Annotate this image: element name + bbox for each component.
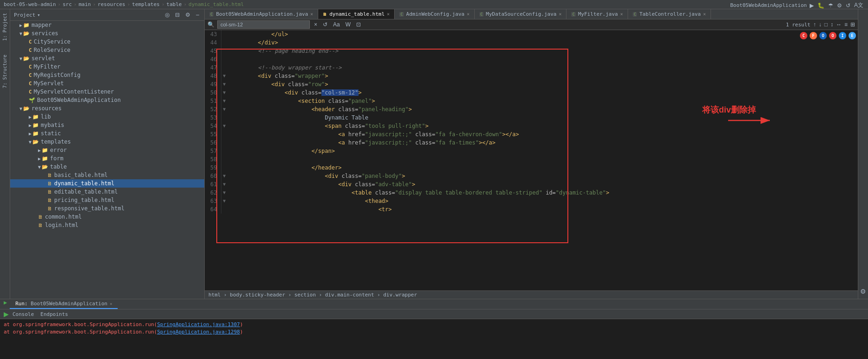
console-link-2[interactable]: SpringApplication.java:1298	[157, 329, 240, 335]
sidebar-item-myfilter[interactable]: C MyFilter	[10, 63, 204, 71]
line-content[interactable]: <thead>	[227, 197, 858, 205]
search-next-button[interactable]: ↓	[819, 21, 822, 28]
fold-indicator[interactable]	[221, 47, 227, 55]
locate-file-button[interactable]: ◎	[164, 11, 171, 19]
sidebar-item-servlet[interactable]: ▼ 📂 servlet	[10, 54, 204, 63]
clear-search-button[interactable]: ×	[313, 21, 319, 28]
sidebar-item-responsive-table[interactable]: 🗎 responsive_table.html	[10, 204, 204, 213]
line-content[interactable]	[227, 55, 858, 63]
translate-icon[interactable]: A文	[853, 1, 864, 9]
sidebar-item-basic-table[interactable]: 🗎 basic_table.html	[10, 171, 204, 179]
line-content[interactable]	[227, 155, 858, 164]
sidebar-item-templates[interactable]: ▼ 📂 templates	[10, 138, 204, 146]
search-filter2-button[interactable]: ≡	[844, 21, 848, 28]
sidebar-item-services[interactable]: ▼ 📂 services	[10, 29, 204, 38]
tab-mydatasourceconfig[interactable]: C MyDataSourceConfig.java ×	[475, 9, 567, 19]
bottom-tab-close-icon[interactable]: ×	[110, 302, 112, 306]
line-content[interactable]: </span>	[227, 147, 858, 155]
sidebar-item-myregistconfig[interactable]: C MyRegistConfig	[10, 71, 204, 79]
search-indent-button[interactable]: ↔	[836, 21, 842, 28]
sidebar-item-cityservice[interactable]: C CityService	[10, 38, 204, 46]
fold-indicator[interactable]: ▼	[221, 80, 227, 88]
line-content[interactable]: <div class="panel-body">	[227, 172, 858, 180]
sidebar-tree[interactable]: ▶ 📁 mapper ▼ 📂 services C CityService C …	[10, 21, 204, 299]
search-input[interactable]	[217, 20, 310, 29]
fold-indicator[interactable]: ▼	[221, 122, 227, 130]
line-content[interactable]: <table class="display table table-border…	[227, 189, 858, 197]
fold-indicator[interactable]	[221, 139, 227, 147]
opera-icon[interactable]: O	[819, 32, 827, 39]
fold-indicator[interactable]: ▼	[221, 172, 227, 180]
line-content[interactable]: <div class="adv-table">	[227, 180, 858, 189]
tab-myfilter[interactable]: C MyFilter.java ×	[566, 9, 628, 19]
tab-boot05webadminapplication[interactable]: C Boot05WebAdminApplication.java ×	[205, 9, 318, 19]
line-content[interactable]: <!-- page heading end-->	[227, 47, 858, 55]
bottom-tab-run[interactable]: Run: Boot05WebAdminApplication×	[10, 299, 118, 309]
collapse-all-button[interactable]: ⊟	[174, 11, 181, 19]
structure-strip-label[interactable]: 7: Structure	[1, 53, 8, 90]
search-format-button[interactable]: ↕	[830, 21, 833, 28]
opera2-icon[interactable]: O	[829, 32, 837, 39]
line-content[interactable]: <a href="javascript:;" class="fa fa-time…	[227, 139, 858, 147]
tab-close-icon[interactable]: ×	[703, 12, 706, 17]
tab-close-icon[interactable]: ×	[467, 12, 470, 17]
tab-close-icon[interactable]: ×	[387, 12, 390, 17]
coverage-icon[interactable]: ☂	[827, 2, 834, 9]
fold-indicator[interactable]: ▼	[221, 88, 227, 97]
fold-indicator[interactable]: ▼	[221, 97, 227, 105]
fold-indicator[interactable]	[221, 38, 227, 47]
tab-adminwebconfig[interactable]: C AdminWebConfig.java ×	[395, 9, 474, 19]
tab-dynamic-table[interactable]: 🗎 dynamic_table.html ×	[318, 9, 395, 19]
line-content[interactable]: <tr>	[227, 205, 858, 214]
tab-tablecontroller[interactable]: C TableController.java ×	[628, 9, 711, 19]
fold-indicator[interactable]	[221, 164, 227, 172]
sidebar-item-dynamic-table[interactable]: 🗎 dynamic_table.html	[10, 179, 204, 188]
sidebar-item-common[interactable]: 🗎 common.html	[10, 213, 204, 221]
sidebar-item-form[interactable]: ▶ 📁 form	[10, 154, 204, 163]
tab-close-icon[interactable]: ×	[559, 12, 561, 17]
update-icon[interactable]: ↺	[845, 2, 851, 9]
tab-close-icon[interactable]: ×	[620, 12, 623, 17]
sidebar-item-error[interactable]: ▶ 📁 error	[10, 146, 204, 154]
regex-search-button[interactable]: ↺	[321, 21, 329, 28]
sidebar-item-myservlet[interactable]: C MyServlet	[10, 79, 204, 88]
line-content[interactable]: <a href="javascript:;" class="fa fa-chev…	[227, 130, 858, 139]
line-content[interactable]: </header>	[227, 164, 858, 172]
sidebar-item-lib[interactable]: ▶ 📁 lib	[10, 113, 204, 121]
sidebar-item-mapper[interactable]: ▶ 📁 mapper	[10, 21, 204, 29]
run-button[interactable]: ▶	[4, 310, 9, 318]
filter-button[interactable]: ⊡	[355, 21, 362, 28]
search-expand-button[interactable]: □	[824, 21, 828, 28]
line-content[interactable]: </ul>	[227, 30, 858, 38]
line-content[interactable]: <div class="wrapper">	[227, 72, 858, 80]
fold-indicator[interactable]	[221, 55, 227, 63]
search-prev-button[interactable]: ↑	[813, 21, 816, 28]
fold-indicator[interactable]	[221, 113, 227, 122]
sidebar-item-resources[interactable]: ▼ 📂 resources	[10, 104, 204, 113]
line-content[interactable]: <!--body wrapper start-->	[227, 63, 858, 72]
edge-icon[interactable]: E	[849, 32, 856, 39]
chrome-icon[interactable]: C	[800, 32, 807, 39]
console-link-1[interactable]: SpringApplication.java:1307	[157, 321, 240, 328]
sidebar-item-login[interactable]: 🗎 login.html	[10, 221, 204, 229]
right-settings-button[interactable]: ⚙	[860, 288, 866, 295]
sidebar-item-mybatis[interactable]: ▶ 📁 mybatis	[10, 121, 204, 129]
sidebar-item-editable-table[interactable]: 🗎 editable_table.html	[10, 188, 204, 196]
sidebar-item-table[interactable]: ▼ 📂 table	[10, 163, 204, 171]
fold-indicator[interactable]: ▼	[221, 105, 227, 113]
fold-indicator[interactable]: ▼	[221, 180, 227, 189]
sidebar-item-pricing-table[interactable]: 🗎 pricing_table.html	[10, 196, 204, 204]
debug-icon[interactable]: 🐛	[817, 2, 825, 9]
fold-indicator[interactable]	[221, 147, 227, 155]
sidebar-item-static[interactable]: ▶ 📁 static	[10, 129, 204, 138]
sidebar-item-roleservice[interactable]: C RoleService	[10, 46, 204, 54]
firefox-icon[interactable]: F	[810, 32, 817, 39]
line-content[interactable]: <section class="panel">	[227, 97, 858, 105]
line-content[interactable]: <div class="row">	[227, 80, 858, 88]
fold-indicator[interactable]	[221, 30, 227, 38]
fold-indicator[interactable]	[221, 130, 227, 139]
code-editor[interactable]: 将该div删除掉 C F O O I E	[205, 30, 858, 290]
fold-indicator[interactable]: ▼	[221, 72, 227, 80]
fold-indicator[interactable]: ▼	[221, 189, 227, 197]
project-strip-label[interactable]: 1: Project	[1, 11, 8, 43]
